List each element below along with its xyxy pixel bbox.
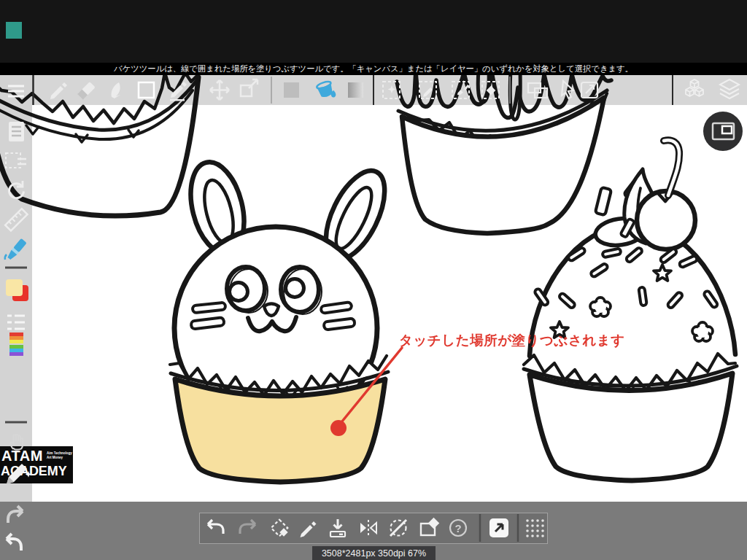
notification-text: バケツツールは、線で囲まれた場所を塗りつぶすツールです。「キャンバス」または「レ… [114, 63, 633, 74]
logo-tagline-1: Aim Technology [47, 451, 72, 456]
flip-horizontal-icon[interactable] [355, 514, 382, 542]
frames-icon[interactable] [576, 75, 604, 105]
select-pen-icon[interactable] [414, 75, 442, 105]
color-swatches-icon[interactable] [0, 276, 32, 308]
pip-button[interactable] [703, 112, 743, 151]
select-wand-icon[interactable] [378, 75, 406, 105]
corner-indicator [6, 22, 22, 39]
color-swatch-icon[interactable] [278, 75, 306, 105]
free-transform-icon[interactable] [266, 514, 293, 542]
clear-icon[interactable] [415, 514, 443, 542]
select-brush-icon[interactable] [447, 75, 475, 105]
grid-dots-icon[interactable] [521, 514, 549, 542]
hand-tool-icon[interactable] [6, 430, 31, 455]
layers-icon[interactable] [716, 75, 743, 105]
panels-icon[interactable] [524, 75, 551, 105]
pencil-icon [3, 462, 35, 487]
vector-pen-icon[interactable] [163, 75, 191, 105]
undo-icon[interactable] [202, 514, 230, 542]
rotate-disabled-icon[interactable] [384, 514, 412, 542]
smudge-tool-icon[interactable] [103, 75, 131, 105]
undo-arrow-icon[interactable] [3, 531, 26, 554]
palette-icon[interactable] [0, 328, 32, 360]
logo-tagline-2: Art Money [47, 456, 72, 460]
annotation-text: タッチした場所が塗りつぶされます [399, 331, 625, 349]
cubes-icon[interactable] [681, 75, 708, 105]
save-icon[interactable] [324, 514, 352, 542]
redo-arrow-icon[interactable] [3, 503, 26, 526]
paint-bucket-icon[interactable] [312, 75, 340, 105]
document-icon[interactable] [0, 116, 32, 148]
status-bar: 3508*2481px 350dpi 67% [312, 546, 436, 560]
pen-icon[interactable] [293, 514, 321, 542]
menu-icon[interactable] [0, 75, 32, 107]
selection-options-icon[interactable] [0, 146, 32, 178]
select-diamond-icon[interactable] [477, 75, 505, 105]
eraser-tool-icon[interactable] [72, 75, 100, 105]
tool-chip-icon[interactable] [485, 514, 513, 542]
gradient-icon[interactable] [342, 75, 370, 105]
selection-rectangle-icon[interactable] [133, 75, 160, 105]
notification-bar: バケツツールは、線で囲まれた場所を塗りつぶすツールです。「キャンバス」または「レ… [0, 63, 747, 75]
help-icon[interactable]: ? [444, 514, 472, 542]
svg-text:?: ? [454, 522, 461, 534]
pen-tool-icon[interactable] [43, 75, 71, 105]
reset-rotate-icon[interactable] [0, 175, 32, 207]
transform-icon[interactable] [235, 75, 263, 105]
top-black-bar [0, 0, 747, 63]
ruler-icon[interactable] [0, 203, 32, 236]
status-text: 3508*2481px 350dpi 67% [322, 548, 426, 559]
move-tool-icon[interactable] [206, 75, 233, 105]
picture-in-picture-icon [703, 112, 743, 151]
redo-icon[interactable] [233, 514, 261, 542]
